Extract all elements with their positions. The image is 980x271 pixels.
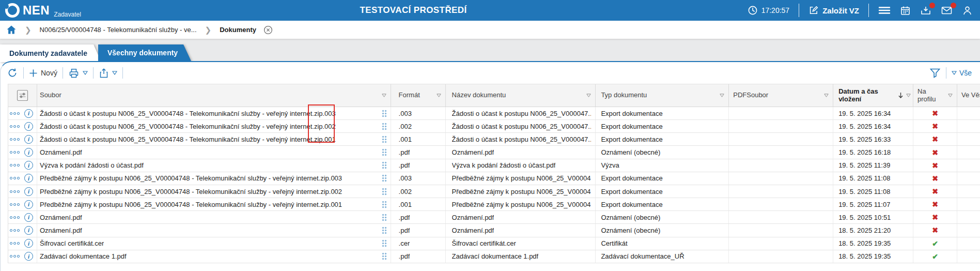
row-menu-icon[interactable]: [10, 112, 20, 115]
header-soubor[interactable]: Soubor: [37, 84, 391, 107]
row-options-icon[interactable]: [382, 214, 386, 221]
row-options-icon[interactable]: [382, 253, 386, 260]
header-label: Ve Věst: [961, 92, 980, 99]
column-settings-icon[interactable]: [17, 89, 28, 101]
table-row[interactable]: i Předběžné zájmy k postupu N006_25_V000…: [8, 172, 980, 185]
clock-icon: [748, 5, 758, 16]
table-row[interactable]: i Žádosti o účast k postupu N006_25_V000…: [8, 120, 980, 133]
table-row[interactable]: i Žádosti o účast k postupu N006_25_V000…: [8, 133, 980, 146]
filter-button[interactable]: [929, 67, 941, 79]
row-options-icon[interactable]: [382, 201, 386, 208]
home-icon[interactable]: [6, 25, 17, 35]
main-menu-button[interactable]: [878, 5, 891, 16]
row-menu-icon[interactable]: [10, 216, 20, 219]
nen-logo[interactable]: NEN Zadavatel: [5, 1, 81, 20]
row-options-icon[interactable]: [382, 175, 386, 182]
row-menu-icon[interactable]: [10, 229, 20, 232]
header-na-profilu[interactable]: Na profilu: [913, 84, 957, 107]
export-button[interactable]: [99, 68, 117, 79]
header-nazev[interactable]: Název dokumentu: [446, 84, 596, 107]
header-ve-vestniku[interactable]: Ve Věst: [957, 84, 980, 107]
user-profile-button[interactable]: [962, 5, 973, 16]
filter-triangle-icon[interactable]: [948, 94, 953, 97]
downloads-button[interactable]: [920, 5, 931, 16]
header-datum[interactable]: Datum a čas vložení: [833, 84, 913, 107]
x-icon: ✖: [932, 174, 938, 183]
info-icon[interactable]: i: [24, 239, 33, 248]
tab-dokumenty-zadavatele[interactable]: Dokumenty zadavatele: [0, 44, 101, 62]
x-icon: ✖: [932, 122, 938, 130]
row-options-icon[interactable]: [382, 162, 386, 169]
calendar-button[interactable]: [900, 5, 911, 16]
column-settings-header[interactable]: [8, 84, 37, 107]
header-format[interactable]: Formát: [391, 84, 446, 107]
close-breadcrumb-icon[interactable]: [263, 25, 273, 35]
cell-nazev: Žádosti o účast k postupu N006_25_V00004…: [452, 136, 592, 143]
header-typ[interactable]: Typ dokumentu: [596, 84, 729, 107]
row-options-icon[interactable]: [382, 240, 386, 247]
info-icon[interactable]: i: [24, 161, 33, 170]
info-icon[interactable]: i: [24, 213, 33, 222]
info-icon[interactable]: i: [24, 135, 33, 144]
info-icon[interactable]: i: [24, 200, 33, 209]
row-menu-icon[interactable]: [10, 138, 20, 141]
create-vz-button[interactable]: Založit VZ: [808, 5, 859, 16]
table-row[interactable]: i Předběžné zájmy k postupu N006_25_V000…: [8, 185, 980, 198]
row-menu-icon[interactable]: [10, 125, 20, 128]
row-menu-icon[interactable]: [10, 164, 20, 167]
dropdown-triangle-icon: [83, 71, 88, 75]
x-icon: ✖: [932, 187, 938, 195]
row-menu-icon[interactable]: [10, 190, 20, 193]
filter-triangle-icon[interactable]: [720, 94, 724, 97]
cell-typ: Oznámení (obecné): [601, 227, 660, 234]
table-row[interactable]: i Žádosti o účast k postupu N006_25_V000…: [8, 107, 980, 120]
table-row[interactable]: i Zadávací dokumentace 1.pdf .pdf Zadáva…: [8, 250, 980, 263]
info-icon[interactable]: i: [24, 226, 33, 235]
table-row[interactable]: i Šifrovací certifikát.cer .cer Šifrovac…: [8, 237, 980, 250]
row-menu-icon[interactable]: [10, 203, 20, 206]
tab-vsechny-dokumenty[interactable]: Všechny dokumenty: [98, 44, 191, 61]
row-options-icon[interactable]: [382, 188, 386, 195]
messages-button[interactable]: [941, 5, 953, 16]
info-icon[interactable]: i: [24, 122, 33, 131]
row-menu-icon[interactable]: [10, 255, 20, 258]
print-button[interactable]: [68, 68, 88, 79]
row-options-icon[interactable]: [382, 227, 386, 234]
sort-desc-icon[interactable]: [898, 92, 904, 99]
table-row[interactable]: i Oznámení.pdf .pdf Oznámení.pdf Oznámen…: [8, 211, 980, 224]
filter-triangle-icon[interactable]: [382, 94, 386, 97]
breadcrumb-current[interactable]: Dokumenty: [220, 26, 256, 34]
cell-format: .002: [399, 188, 412, 195]
info-icon[interactable]: i: [24, 252, 33, 261]
table-row[interactable]: i Výzva k podání žádosti o účast.pdf .pd…: [8, 159, 980, 172]
cell-nazev: Žádosti o účast k postupu N006_25_V00004…: [452, 110, 592, 117]
cell-format: .001: [399, 136, 412, 143]
row-options-icon[interactable]: [382, 149, 386, 156]
header-pdfsoubor[interactable]: PDFSoubor: [729, 84, 833, 107]
info-icon[interactable]: i: [24, 187, 33, 196]
row-menu-icon[interactable]: [10, 242, 20, 245]
content-panel: Nový Vše: [0, 61, 980, 271]
divider: [93, 67, 94, 79]
filter-preset-dropdown[interactable]: Vše: [952, 69, 972, 77]
filter-triangle-icon[interactable]: [586, 94, 591, 97]
info-icon[interactable]: i: [24, 109, 33, 118]
row-options-icon[interactable]: [382, 136, 386, 143]
table-row[interactable]: i Oznámení.pdf .pdf Oznámení.pdf Oznámen…: [8, 224, 980, 237]
logo-role-label: Zadavatel: [54, 11, 81, 18]
info-icon[interactable]: i: [24, 174, 33, 183]
row-options-icon[interactable]: [382, 110, 386, 117]
refresh-button[interactable]: [7, 67, 18, 79]
cell-nazev: Předběžné zájmy k postupu N006_25_V00004…: [452, 188, 592, 195]
row-menu-icon[interactable]: [10, 151, 20, 154]
table-row[interactable]: i Předběžné zájmy k postupu N006_25_V000…: [8, 198, 980, 211]
row-options-icon[interactable]: [382, 123, 386, 130]
table-row[interactable]: i Oznámení.pdf .pdf Oznámení.pdf Oznámen…: [8, 146, 980, 159]
breadcrumb-procedure[interactable]: N006/25/V00004748 - Telekomunikační služ…: [40, 26, 197, 34]
filter-triangle-icon[interactable]: [437, 94, 441, 97]
filter-triangle-icon[interactable]: [906, 94, 911, 97]
row-menu-icon[interactable]: [10, 177, 20, 179]
info-icon[interactable]: i: [24, 148, 33, 157]
filter-triangle-icon[interactable]: [824, 94, 829, 97]
new-document-button[interactable]: Nový: [29, 69, 57, 78]
